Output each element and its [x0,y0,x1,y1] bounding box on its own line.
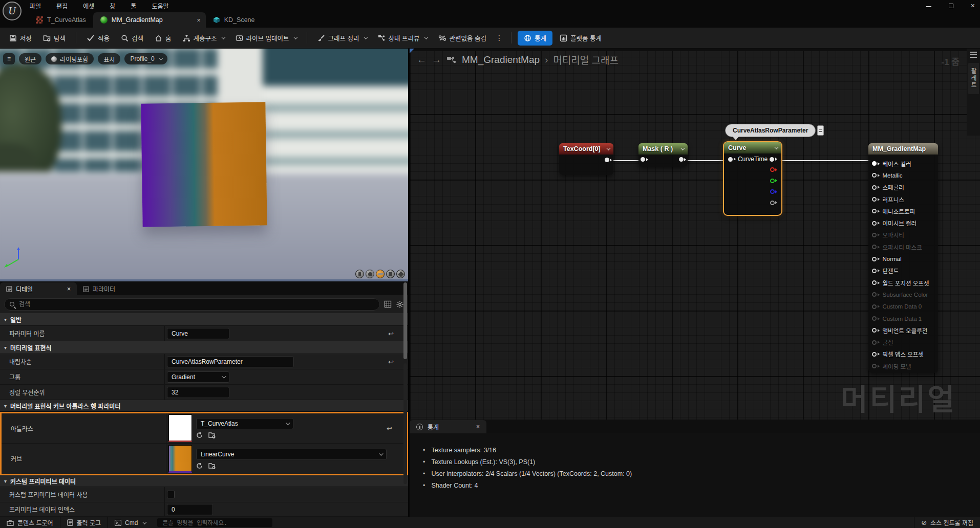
result-pin-opacity[interactable]: 오파시티 [872,229,938,241]
kebab-menu-icon[interactable]: ⋮ [494,34,505,42]
tab-mm-gradientmap[interactable]: MM_GradientMap × [93,12,206,28]
atlas-asset-dropdown[interactable]: T_CurveAtlas [196,418,293,429]
result-pin-anisotropy[interactable]: 애니소트로피 [872,205,938,217]
mask-input-pin[interactable] [641,157,648,162]
menu-asset[interactable]: 에셋 [83,2,94,10]
shape-cylinder-button[interactable] [355,270,364,278]
section-custom-primitive-data[interactable]: ▾커스텀 프리미티브 데이터 [0,475,408,487]
stats-tab[interactable]: 통계 × [410,420,486,433]
display-filter-icon[interactable] [384,300,392,308]
node-curve-selected[interactable]: Curve CurveTime [723,141,782,216]
hierarchy-button[interactable]: 계층구조 [179,31,228,46]
apply-button[interactable]: 적용 [82,31,114,46]
close-tab-icon[interactable]: × [197,16,201,24]
console-input-box[interactable] [157,518,272,527]
menu-window[interactable]: 창 [110,2,115,10]
curve-output-pin-red[interactable] [770,167,778,172]
curve-thumbnail[interactable] [168,445,192,473]
chevron-down-icon[interactable] [680,146,685,150]
result-pin-roughness[interactable]: 러프니스 [872,193,938,205]
forward-arrow-icon[interactable]: → [432,54,441,65]
reset-to-default-icon[interactable]: ↩ [388,358,394,365]
result-pin-shading-model[interactable]: 셰이딩 모델 [872,360,938,372]
preview-state-button[interactable]: 상태 프리뷰 [374,31,431,46]
curvetime-input-pin[interactable] [728,157,736,162]
result-pin-custom-data-1[interactable]: Custom Data 1 [872,313,938,324]
stats-button[interactable]: 통계 [518,31,552,46]
lit-mode-button[interactable]: 라이팅포함 [46,53,94,64]
result-pin-refraction[interactable]: 굴절 [872,336,938,348]
close-tab-icon[interactable]: × [67,285,71,293]
section-curve-atlas-row-parameter[interactable]: ▾머티리얼 표현식 커브 아틀라스 행 파라미터 [0,400,408,412]
chevron-down-icon[interactable] [606,146,610,150]
result-pin-pixel-depth-offset[interactable]: 픽셀 뎁스 오프셋 [872,348,938,360]
tab-details[interactable]: 디테일 × [0,282,77,295]
close-tab-icon[interactable]: × [476,423,480,430]
result-pin-ambient-occlusion[interactable]: 앰비언트 오클루전 [872,324,938,336]
use-custom-primitive-checkbox[interactable] [167,491,175,498]
curve-output-pin-blue[interactable] [770,189,778,194]
section-general[interactable]: ▾일반 [0,313,408,326]
curve-parameter-bubble[interactable]: CurveAtlasRowParameter [725,124,816,137]
search-button[interactable]: 검색 [117,31,147,46]
result-pin-metallic[interactable]: Metallic [872,169,938,181]
menu-file[interactable]: 파일 [30,2,41,10]
primitive-data-index-field[interactable]: 0 [167,504,213,515]
result-pin-base-color[interactable]: 베이스 컬러 [872,158,938,169]
curve-output-pin-alpha[interactable] [770,201,778,205]
tab-t-curveatlas[interactable]: T_CurveAtlas [29,12,93,28]
bubble-pin-icon[interactable] [817,125,824,136]
result-pin-custom-data-0[interactable]: Custom Data 0 [872,301,938,313]
result-pin-emissive[interactable]: 이미시브 컬러 [872,217,938,229]
result-pin-tangent[interactable]: 탄젠트 [872,265,938,277]
node-material-result[interactable]: MM_GradientMap 베이스 컬러 Metallic 스페큘러 러프니스… [868,143,938,373]
back-arrow-icon[interactable]: ← [417,54,427,65]
browse-to-asset-icon[interactable] [208,432,216,438]
chevron-down-icon[interactable] [774,145,778,149]
parameter-name-field[interactable]: Curve [167,328,229,339]
perspective-button[interactable]: 원근 [19,53,41,64]
browse-button[interactable]: 탐색 [39,31,70,46]
reset-to-default-icon[interactable]: ↩ [387,425,392,432]
node-texcoord[interactable]: TexCoord[0] [559,143,613,175]
save-button[interactable]: 저장 [5,31,36,46]
result-pin-world-position-offset[interactable]: 월드 포지션 오프셋 [872,277,938,289]
details-search-box[interactable] [4,298,380,311]
console-input[interactable] [161,519,268,527]
reset-to-default-icon[interactable]: ↩ [388,329,394,337]
hide-unrelated-button[interactable]: 관련없음 숨김 [434,31,491,46]
tab-kd-scene[interactable]: KD_Scene [206,12,262,28]
maximize-icon[interactable] [949,4,953,8]
material-preview-viewport[interactable]: ≡ 원근 라이팅포함 표시 Profile_0 [0,49,408,279]
show-button[interactable]: 표시 [98,53,120,64]
result-pin-opacity-mask[interactable]: 오파시티 마스크 [872,241,938,253]
menu-edit[interactable]: 편집 [56,2,68,10]
breadcrumb-title[interactable]: MM_GradientMap [462,54,540,65]
gradient-material-preview-plane[interactable] [141,102,267,227]
texcoord-output-pin[interactable] [605,158,612,162]
curve-output-pin-white[interactable] [770,157,777,162]
settings-gear-icon[interactable] [396,300,404,309]
viewport-menu-button[interactable]: ≡ [3,53,15,64]
clean-graph-button[interactable]: 그래프 정리 [313,31,371,46]
desc-field[interactable]: CurveAtlasRowParameter [167,356,294,367]
result-pin-specular[interactable]: 스페큘러 [872,182,938,193]
use-selected-asset-icon[interactable] [196,432,203,438]
group-dropdown[interactable]: Gradient [167,371,229,383]
cmd-dropdown[interactable]: Cmd [108,517,152,528]
platform-stats-button[interactable]: 플랫폼 통계 [556,31,606,46]
details-scrollbar-thumb[interactable] [403,282,407,359]
curve-asset-dropdown[interactable]: LinearCurve [196,449,387,460]
vertical-splitter[interactable] [408,49,410,517]
material-graph-canvas[interactable]: ← → MM_GradientMap › 머티리얼 그래프 -1 줌 팔레트 머… [410,49,980,517]
live-update-button[interactable]: 라이브 업데이트 [231,31,301,46]
close-window-icon[interactable]: × [971,2,975,9]
result-pin-normal[interactable]: Normal [872,253,938,265]
menu-help[interactable]: 도움말 [152,2,168,10]
profile-dropdown[interactable]: Profile_0 [124,53,167,64]
details-scrollbar[interactable] [403,363,407,484]
shape-sphere-button[interactable] [366,270,374,278]
shape-plane-button[interactable] [376,270,385,278]
palette-tab[interactable]: 팔레트 [968,63,979,94]
details-search-input[interactable] [18,300,374,309]
